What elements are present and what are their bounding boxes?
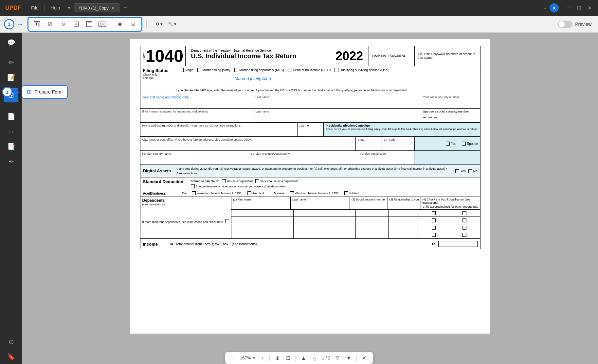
list-field-button[interactable]: ≡	[70, 19, 82, 29]
born-before-checkbox[interactable]	[192, 191, 196, 195]
dep-row2-other-credit[interactable]	[462, 218, 466, 222]
next-page-button[interactable]: ▼	[345, 355, 353, 362]
zip-input[interactable]	[384, 141, 412, 149]
new-tab-button[interactable]: +	[120, 5, 130, 11]
active-tab[interactable]: f1040 (1)_Copy ✕	[74, 3, 120, 12]
settings-button[interactable]: ⚙ ▾	[153, 19, 165, 29]
fit-width-button[interactable]: ⊡	[285, 354, 292, 362]
dep-row2-child-credit[interactable]	[432, 218, 436, 222]
dep-row4-other-credit[interactable]	[462, 233, 466, 237]
yes-checkbox[interactable]	[455, 169, 459, 173]
combo-field-button[interactable]: ☰	[83, 19, 95, 29]
foreign-postal-input[interactable]	[360, 155, 412, 163]
dep-row4-child-credit[interactable]	[432, 233, 436, 237]
dep-row1-col2[interactable]	[294, 210, 356, 217]
if-more-checkbox[interactable]	[225, 219, 229, 223]
spouse-born-checkbox[interactable]	[290, 191, 294, 195]
state-input[interactable]	[358, 141, 380, 149]
spouse-ssn-input[interactable]: — — —	[423, 113, 478, 121]
dep-row1-other-credit[interactable]	[462, 211, 466, 215]
sidebar-icon-sign[interactable]: ✒	[4, 154, 18, 169]
you-dependent-option[interactable]: You as a dependent	[222, 179, 253, 183]
menu-help[interactable]: Help	[46, 3, 65, 12]
button-field-button[interactable]: OK	[97, 19, 108, 29]
grid-field-button[interactable]: ⊞	[127, 19, 139, 29]
dep-row2-col4[interactable]	[389, 217, 418, 224]
sidebar-icon-edit[interactable]: ✏	[4, 55, 18, 70]
ssn-input[interactable]: — — —	[423, 99, 478, 107]
dep-row1-col4[interactable]	[389, 210, 418, 217]
spouse-checkbox[interactable]	[462, 142, 466, 146]
sidebar-icon-layers[interactable]: ⊙	[4, 335, 18, 349]
dep-row2-col1[interactable]	[231, 217, 294, 224]
tools-button[interactable]: 🔧 ▾	[166, 19, 178, 29]
are-blind-checkbox[interactable]	[247, 191, 251, 195]
minimize-button[interactable]: ─	[565, 5, 572, 11]
dep-row3-child-credit[interactable]	[432, 226, 436, 230]
fit-page-button[interactable]: ⊕	[274, 354, 281, 362]
dep-row4-col3[interactable]	[356, 231, 389, 238]
dep-row4-col2[interactable]	[294, 231, 356, 238]
address-input[interactable]	[142, 127, 296, 135]
last-name-input[interactable]	[255, 99, 419, 107]
dep-row3-col3[interactable]	[356, 224, 389, 231]
foreign-province-input[interactable]	[251, 155, 356, 163]
preview-toggle-switch[interactable]	[558, 21, 572, 28]
next-page-step-button[interactable]: ▽	[334, 354, 341, 362]
income-line1a-input[interactable]	[438, 241, 478, 247]
you-checkbox[interactable]	[446, 142, 450, 146]
no-option[interactable]: No	[468, 169, 478, 173]
city-input[interactable]	[142, 141, 353, 149]
expand-icon[interactable]: ⌄	[543, 5, 547, 10]
spouse-dependent-checkbox[interactable]	[255, 179, 259, 183]
spouse-dependent-option[interactable]: Your spouse as a dependent	[255, 179, 298, 183]
spouse-last-input[interactable]	[255, 113, 419, 121]
first-name-input[interactable]	[142, 99, 251, 107]
yes-option[interactable]: Yes	[455, 169, 465, 173]
dep-row2-col3[interactable]	[356, 217, 389, 224]
you-option[interactable]: You	[446, 142, 457, 146]
are-blind-option[interactable]: Are blind	[247, 191, 264, 195]
spouse-option[interactable]: Spouse	[462, 142, 478, 146]
sidebar-icon-pages[interactable]: 📄	[4, 109, 18, 124]
checkbox-button[interactable]: ☑	[44, 19, 56, 29]
dep-row1-col3[interactable]	[356, 210, 389, 217]
spouse-first-input[interactable]	[142, 113, 251, 121]
dep-row1-col1[interactable]	[231, 210, 294, 217]
zoom-in-button[interactable]: +	[260, 355, 265, 362]
image-field-button[interactable]: ▣	[114, 19, 126, 29]
dep-row3-col4[interactable]	[389, 224, 418, 231]
dep-row4-col1[interactable]	[231, 231, 294, 238]
zoom-out-button[interactable]: −	[230, 355, 236, 362]
dep-row3-other-credit[interactable]	[462, 226, 466, 230]
married-separately-option[interactable]: Married filing separately (MFS)	[234, 68, 284, 72]
dep-row3-col2[interactable]	[294, 224, 356, 231]
qss-checkbox[interactable]	[335, 68, 338, 72]
married-separately-checkbox[interactable]	[234, 68, 238, 72]
you-dependent-checkbox[interactable]	[222, 179, 226, 183]
apt-input[interactable]	[299, 127, 321, 135]
dep-row3-col1[interactable]	[231, 224, 294, 231]
is-blind-checkbox[interactable]	[344, 191, 348, 195]
spouse-itemizes-checkbox[interactable]	[191, 184, 195, 188]
maximize-button[interactable]: □	[576, 5, 582, 11]
zoom-dropdown-button[interactable]: ▼	[252, 356, 256, 360]
prev-page-step-button[interactable]: △	[311, 354, 318, 362]
dep-row4-col4[interactable]	[389, 231, 418, 238]
tab-close-button[interactable]: ✕	[111, 6, 115, 10]
prepare-form-button[interactable]: ⊞ Prepare Form	[22, 85, 68, 99]
text-field-button[interactable]: T|	[31, 19, 43, 29]
close-button[interactable]: ✕	[586, 5, 593, 11]
dep-row2-col2[interactable]	[294, 217, 356, 224]
is-blind-option[interactable]: Is blind	[344, 191, 359, 195]
qss-option[interactable]: Qualifying surviving spouse (QSS)	[335, 68, 389, 72]
single-checkbox[interactable]	[180, 68, 184, 72]
married-jointly-option[interactable]: Married filing jointly	[197, 68, 230, 72]
sidebar-icon-annotate[interactable]: 📝	[4, 70, 18, 85]
close-nav-button[interactable]: ✕	[361, 354, 368, 362]
born-before-option[interactable]: Were born before January 2, 1958	[192, 191, 242, 195]
dep-row1-child-credit[interactable]	[432, 211, 436, 215]
radio-button[interactable]: ⊙	[57, 19, 69, 29]
hoh-checkbox[interactable]	[288, 68, 292, 72]
sidebar-icon-comment[interactable]: 💬	[4, 35, 18, 50]
